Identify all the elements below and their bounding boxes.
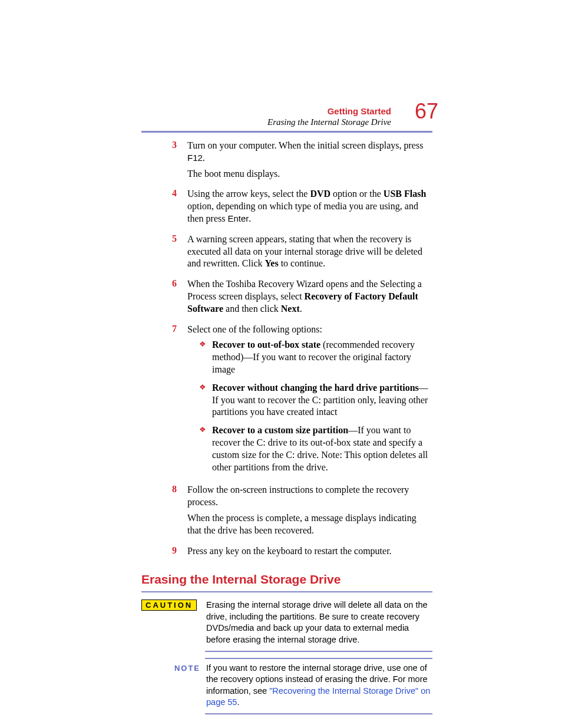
callout-rule-bottom [205, 713, 432, 714]
document-page: Getting Started Erasing the Internal Sto… [0, 0, 562, 728]
chapter-title: Getting Started [141, 106, 432, 116]
step-body: Turn on your computer. When the initial … [187, 140, 432, 183]
key-enter: Enter [227, 213, 249, 223]
callout-rule-bottom [205, 651, 432, 652]
bold-recover-oob: Recover to out-of-box state [212, 340, 320, 350]
text: The boot menu displays. [187, 168, 432, 180]
bold-yes: Yes [265, 258, 279, 268]
option-list: Recover to out-of-box state (recommended… [199, 339, 432, 473]
step-6: 6 When the Toshiba Recovery Wizard opens… [141, 278, 432, 318]
list-item: Recover to out-of-box state (recommended… [199, 339, 432, 375]
step-number: 6 [141, 278, 187, 318]
step-3: 3 Turn on your computer. When the initia… [141, 140, 432, 183]
step-8: 8 Follow the on-screen instructions to c… [141, 484, 432, 540]
note-body: If you want to restore the internal stor… [206, 663, 432, 709]
text: option or the [330, 189, 384, 199]
caution-callout: CAUTION Erasing the internal storage dri… [141, 591, 432, 651]
callout-rule-top [141, 591, 432, 592]
text: to continue. [279, 258, 326, 268]
page-number: 67 [415, 99, 438, 124]
step-body: Follow the on-screen instructions to com… [187, 484, 432, 540]
step-number: 8 [141, 484, 187, 540]
text: . [203, 153, 205, 163]
step-4: 4 Using the arrow keys, select the DVD o… [141, 188, 432, 228]
step-number: 7 [141, 324, 187, 480]
note-label-wrap: NOTE [141, 663, 206, 673]
text: option, depending on which type of media… [187, 201, 418, 223]
bold-usb-flash: USB Flash [384, 189, 426, 199]
step-body: Using the arrow keys, select the DVD opt… [187, 188, 432, 228]
step-body: When the Toshiba Recovery Wizard opens a… [187, 278, 432, 318]
step-body: A warning screen appears, stating that w… [187, 233, 432, 274]
step-body: Select one of the following options: Rec… [187, 324, 432, 480]
page-header: Getting Started Erasing the Internal Sto… [141, 106, 432, 127]
bold-recover-custom: Recover to a custom size partition [212, 425, 348, 435]
section-title-header: Erasing the Internal Storage Drive [141, 117, 432, 127]
text: . [237, 697, 239, 707]
step-5: 5 A warning screen appears, stating that… [141, 233, 432, 274]
text: Select one of the following options: [187, 324, 432, 336]
text: Turn on your computer. When the initial … [187, 140, 423, 150]
section-heading: Erasing the Internal Storage Drive [141, 572, 432, 587]
header-rule [141, 131, 432, 133]
step-number: 9 [141, 545, 187, 561]
text: Follow the on-screen instructions to com… [187, 484, 432, 509]
text: Press any key on the keyboard to restart… [187, 545, 432, 558]
step-body: Press any key on the keyboard to restart… [187, 545, 432, 561]
text: Using the arrow keys, select the [187, 189, 310, 199]
list-item: Recover to a custom size partition—If yo… [199, 424, 432, 473]
bold-recover-no-change: Recover without changing the hard drive … [212, 383, 419, 393]
text: and then click [223, 304, 281, 314]
step-9: 9 Press any key on the keyboard to resta… [141, 545, 432, 561]
text: . [249, 213, 251, 223]
text: . [300, 304, 302, 314]
caution-badge: CAUTION [141, 599, 197, 611]
bold-next: Next [281, 304, 300, 314]
text: When the process is complete, a message … [187, 512, 432, 537]
note-badge: NOTE [141, 664, 200, 673]
step-number: 4 [141, 188, 187, 228]
step-number: 5 [141, 233, 187, 274]
caution-body: Erasing the internal storage drive will … [206, 599, 432, 645]
bold-dvd: DVD [310, 189, 330, 199]
key-f12: F12 [187, 153, 203, 163]
step-7: 7 Select one of the following options: R… [141, 324, 432, 480]
caution-label-wrap: CAUTION [141, 599, 206, 611]
note-callout: NOTE If you want to restore the internal… [141, 658, 432, 714]
step-number: 3 [141, 140, 187, 183]
list-item: Recover without changing the hard drive … [199, 382, 432, 419]
